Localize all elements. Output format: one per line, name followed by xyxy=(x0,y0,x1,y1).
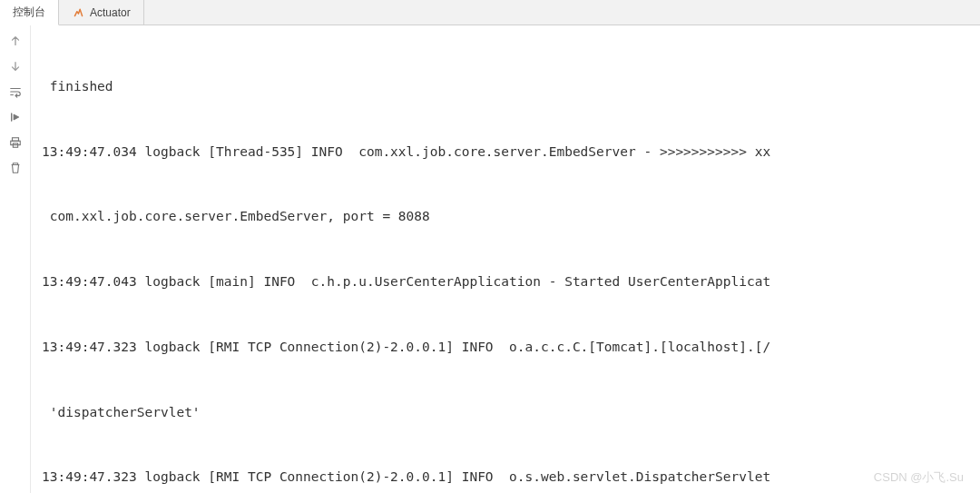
log-line: finished xyxy=(42,76,980,98)
arrow-up-icon[interactable] xyxy=(5,31,25,51)
tab-actuator-label: Actuator xyxy=(90,6,131,19)
tab-console-label: 控制台 xyxy=(13,5,45,20)
arrow-down-icon[interactable] xyxy=(5,56,25,76)
scroll-to-end-icon[interactable] xyxy=(5,107,25,127)
tab-actuator[interactable]: Actuator xyxy=(59,0,144,25)
content-area: finished 13:49:47.034 logback [Thread-53… xyxy=(0,25,980,493)
actuator-icon xyxy=(72,6,84,19)
console-output[interactable]: finished 13:49:47.034 logback [Thread-53… xyxy=(31,25,980,493)
tabs-bar: 控制台 Actuator xyxy=(0,0,980,25)
log-line: 13:49:47.323 logback [RMI TCP Connection… xyxy=(42,337,980,359)
log-line: 'dispatcherServlet' xyxy=(42,402,980,424)
print-icon[interactable] xyxy=(5,133,25,153)
log-line: 13:49:47.043 logback [main] INFO c.h.p.u… xyxy=(42,271,980,293)
log-line: com.xxl.job.core.server.EmbedServer, por… xyxy=(42,206,980,228)
gutter xyxy=(0,25,31,493)
trash-icon[interactable] xyxy=(5,158,25,178)
wrap-icon[interactable] xyxy=(5,82,25,102)
log-line: 13:49:47.034 logback [Thread-535] INFO c… xyxy=(42,142,980,163)
watermark: CSDN @小飞.Su xyxy=(874,469,964,486)
tab-console[interactable]: 控制台 xyxy=(0,0,59,25)
log-line: 13:49:47.323 logback [RMI TCP Connection… xyxy=(42,467,980,488)
